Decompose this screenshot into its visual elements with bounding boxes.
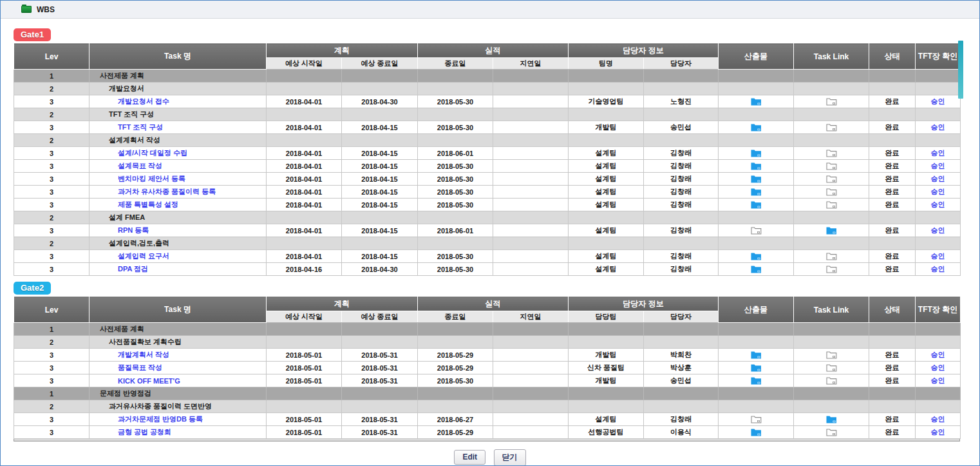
task-name-link[interactable]: 설계입력 요구서 [90, 251, 169, 261]
folder-blue-icon[interactable] [751, 252, 762, 260]
table-row: 2 설계계획서 작성 [14, 134, 961, 147]
task-cell: 설계입력,검토,출력 [90, 237, 267, 250]
approve-link[interactable]: 승인 [931, 376, 945, 384]
folder-blue-icon[interactable] [751, 351, 762, 359]
task-name-link[interactable]: RPN 등록 [90, 226, 149, 235]
approve-link[interactable]: 승인 [931, 265, 945, 273]
delay-cell [493, 95, 569, 108]
approve-link[interactable]: 승인 [931, 123, 945, 131]
status-cell [869, 211, 916, 224]
edit-button[interactable]: Edit [454, 450, 485, 465]
folder-gray-icon[interactable] [826, 364, 837, 372]
task-link-cell [794, 323, 869, 336]
folder-blue-icon[interactable] [751, 188, 762, 196]
folder-blue-icon[interactable] [751, 364, 762, 372]
folder-gray-icon[interactable] [751, 226, 762, 235]
plan-end-cell: 2018-04-15 [342, 147, 418, 160]
task-cell: 과거유사차종 품질이력 도면반영 [90, 400, 267, 413]
status-cell: 완료 [869, 250, 916, 263]
table-row: 1 사전제품 계획 [14, 323, 961, 336]
team-cell [569, 108, 644, 121]
task-name-link[interactable]: KICK OFF MEET'G [90, 377, 180, 385]
task-name-link[interactable]: 설계/시작 대일정 수립 [90, 148, 187, 158]
close-button[interactable]: 닫기 [494, 449, 526, 466]
output-cell [719, 387, 794, 400]
plan-end-cell: 2018-04-15 [342, 121, 418, 134]
folder-gray-icon[interactable] [826, 162, 837, 170]
task-name-link[interactable]: TFT 조직 구성 [90, 122, 163, 132]
task-name-link[interactable]: 벤치마킹 제안서 등록 [90, 174, 185, 184]
task-name-link[interactable]: 제품 특별특성 설정 [90, 200, 178, 209]
person-cell: 김창래 [644, 199, 719, 211]
folder-gray-icon[interactable] [826, 188, 837, 196]
lev-cell: 3 [14, 349, 90, 362]
approve-link[interactable]: 승인 [931, 415, 945, 423]
task-link-cell [794, 70, 869, 83]
delay-cell [493, 199, 569, 211]
folder-gray-icon[interactable] [826, 252, 837, 260]
approve-link[interactable]: 승인 [931, 175, 945, 182]
task-name-link[interactable]: 개발요청서 접수 [90, 97, 169, 106]
delay-cell [493, 387, 569, 400]
folder-blue-icon[interactable] [751, 162, 762, 170]
output-cell [719, 108, 794, 121]
task-cell: 설계입력 요구서 [90, 250, 267, 263]
folder-blue-icon[interactable] [751, 265, 762, 273]
scrollbar-thumb[interactable] [958, 41, 963, 99]
person-cell: 김창래 [644, 186, 719, 199]
task-name-link[interactable]: 개발계획서 작성 [90, 350, 169, 360]
folder-blue-icon[interactable] [826, 226, 837, 235]
delay-cell [493, 349, 569, 362]
approve-link[interactable]: 승인 [931, 364, 945, 371]
task-name-link[interactable]: 과거차 유사차종 품질이력 등록 [90, 187, 216, 197]
approve-link[interactable]: 승인 [931, 149, 945, 157]
approve-link[interactable]: 승인 [931, 351, 945, 358]
table-row: 3 DPA 점검 2018-04-16 2018-04-30 2018-05-3… [14, 263, 961, 276]
approve-link[interactable]: 승인 [931, 188, 945, 195]
folder-gray-icon[interactable] [751, 415, 762, 423]
folder-blue-icon[interactable] [751, 200, 762, 209]
col-status: 상태 [869, 44, 916, 70]
task-name-link[interactable]: 금형 공법 공청회 [90, 427, 171, 437]
content-area: Gate1 Lev Task 명 계획 실적 담당자 정보 산출물 Task L… [1, 19, 979, 466]
approve-link[interactable]: 승인 [931, 200, 945, 208]
folder-blue-icon[interactable] [751, 149, 762, 157]
folder-gray-icon[interactable] [826, 149, 837, 157]
folder-gray-icon[interactable] [826, 265, 837, 273]
plan-end-cell [342, 134, 418, 147]
task-name-link[interactable]: 과거차문제점 반영DB 등록 [90, 414, 203, 424]
approve-link[interactable]: 승인 [931, 97, 945, 105]
team-cell: 설계팀 [569, 160, 644, 173]
folder-blue-icon[interactable] [751, 175, 762, 183]
folder-blue-icon[interactable] [751, 428, 762, 436]
plan-end-cell: 2018-04-15 [342, 250, 418, 263]
approve-link[interactable]: 승인 [931, 428, 945, 436]
folder-gray-icon[interactable] [826, 200, 837, 209]
approve-link[interactable]: 승인 [931, 226, 945, 234]
folder-blue-icon[interactable] [826, 415, 837, 423]
output-cell [719, 263, 794, 276]
folder-blue-icon[interactable] [751, 123, 762, 131]
folder-gray-icon[interactable] [826, 97, 837, 106]
task-name-link[interactable]: 품질목표 작성 [90, 363, 162, 373]
approve-link[interactable]: 승인 [931, 252, 945, 260]
folder-gray-icon[interactable] [826, 123, 837, 131]
folder-gray-icon[interactable] [826, 376, 837, 385]
folder-blue-icon[interactable] [751, 97, 762, 106]
plan-end-cell [342, 108, 418, 121]
plan-end-cell [342, 83, 418, 95]
tft-confirm-cell: 승인 [916, 374, 961, 387]
output-cell [719, 199, 794, 211]
folder-gray-icon[interactable] [826, 175, 837, 183]
folder-gray-icon[interactable] [826, 351, 837, 359]
approve-link[interactable]: 승인 [931, 162, 945, 170]
task-name-link[interactable]: 설계목표 작성 [90, 161, 162, 171]
lev-cell: 3 [14, 426, 90, 439]
status-cell: 완료 [869, 121, 916, 134]
status-cell [869, 237, 916, 250]
task-name-link[interactable]: DPA 점검 [90, 264, 148, 274]
task-cell: TFT 조직 구성 [90, 121, 267, 134]
folder-blue-icon[interactable] [751, 376, 762, 385]
plan-start-cell [267, 387, 342, 400]
folder-gray-icon[interactable] [826, 428, 837, 436]
